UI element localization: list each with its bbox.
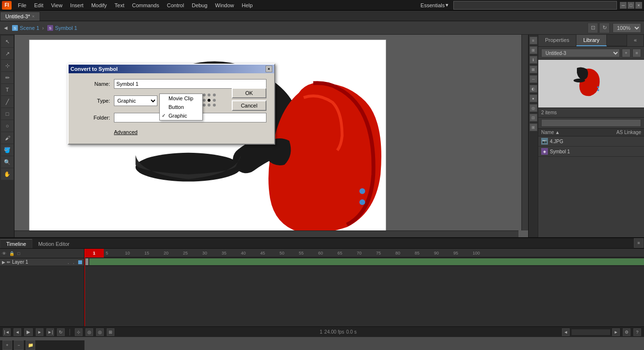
panel-toggle-6[interactable]: ◐ [530,85,537,93]
vertical-scrollbar[interactable] [521,35,528,230]
layer-1-row[interactable]: ▶ ✏ Layer 1 · · [0,258,84,266]
loop-button[interactable]: ↻ [57,328,65,336]
rotate-view-button[interactable]: ↻ [599,23,610,33]
essentials-button[interactable]: Essentials ▾ [417,1,452,9]
reg-mr[interactable] [213,99,216,102]
panel-collapse-btn[interactable]: « [627,35,644,46]
start-frame-button[interactable]: |◄ [3,328,11,336]
scene-link[interactable]: S Scene 1 [12,25,39,31]
menu-text[interactable]: Text [111,1,127,9]
search-input[interactable] [453,1,617,10]
panel-toggle-4[interactable]: ⊠ [530,66,537,73]
select-tool[interactable]: ↖ [1,36,14,47]
hand-tool[interactable]: ✋ [1,168,14,180]
reg-tm[interactable] [208,94,210,96]
timeline-scrollbar[interactable] [572,329,610,335]
scroll-right-button[interactable]: ► [612,328,620,336]
text-tool[interactable]: T [1,84,14,95]
play-button[interactable]: ▶ [24,328,33,336]
timeline-settings-button[interactable]: ⚙ [623,328,630,336]
dialog-close-button[interactable]: × [266,66,272,72]
library-item-jpg[interactable]: 📷 4.JPG [538,136,644,147]
canvas-area[interactable]: Convert to Symbol × Name: OK Cancel Type… [14,35,528,237]
reg-center[interactable] [208,99,210,102]
layer-expand-icon[interactable]: ▶ [2,260,5,265]
menu-edit[interactable]: Edit [31,1,47,9]
close-button[interactable]: × [635,2,642,9]
brush-tool[interactable]: 🖌 [1,132,14,144]
tab-properties[interactable]: Properties [538,35,576,46]
add-anchor-button[interactable]: ⊹ [75,328,83,336]
menu-window[interactable]: Window [212,1,238,9]
edit-multiple-button[interactable]: ⊞ [107,328,114,336]
reg-ml[interactable] [203,99,206,102]
layer-dot-icon[interactable]: · [68,260,71,264]
panel-toggle-10[interactable]: ⊞ [530,123,537,131]
next-frame-button[interactable]: ► [36,328,43,336]
as-linkage-column-header[interactable]: AS Linkage [607,130,641,135]
menu-file[interactable]: File [14,1,30,9]
dropdown-movie-clip[interactable]: Movie Clip [160,94,202,103]
reg-tl[interactable] [203,94,206,96]
line-tool[interactable]: ╱ [1,96,14,108]
type-select[interactable]: Graphic Movie Clip Button [114,95,157,106]
menu-insert[interactable]: Insert [67,1,87,9]
onion-skin-button[interactable]: ◎ [85,328,93,336]
panel-toggle-9[interactable]: ⊡ [530,114,537,121]
free-transform-tool[interactable]: ⊹ [1,60,14,71]
menu-commands[interactable]: Commands [128,1,162,9]
tab-timeline[interactable]: Timeline [0,239,32,248]
fit-view-button[interactable]: ⊡ [588,23,598,33]
rect-tool[interactable]: □ [1,108,14,120]
library-item-symbol1[interactable]: ◈ Symbol 1 [538,147,644,157]
maximize-button[interactable]: □ [628,2,634,9]
frame-row[interactable] [84,257,644,266]
panel-toggle-3[interactable]: ℹ [530,56,537,64]
horizontal-scrollbar[interactable] [14,230,518,237]
menu-control[interactable]: Control [164,1,187,9]
timeline-options-button[interactable]: ≡ [634,238,644,248]
name-column-header[interactable]: Name ▲ [541,130,607,135]
menu-modify[interactable]: Modify [88,1,110,9]
scroll-left-button[interactable]: ◄ [562,328,570,336]
symbol-name-input[interactable] [114,79,266,89]
tab-library[interactable]: Library [576,35,607,46]
reg-bl[interactable] [203,104,206,107]
file-tab[interactable]: Untitled-3* × [0,12,40,21]
prev-frame-button[interactable]: ◄ [14,328,21,336]
lock-icon[interactable]: 🔒 [9,251,14,256]
registration-grid[interactable] [203,94,217,108]
pencil-icon[interactable]: ✏ [7,260,11,265]
onion-skin-outline-button[interactable]: ◎ [96,328,104,336]
tab-close-icon[interactable]: × [32,14,34,19]
visibility-icon[interactable]: 👁 [2,251,6,256]
nav-back-button[interactable]: ◄ [3,25,9,31]
outline-icon[interactable]: □ [17,251,20,256]
panel-toggle-1[interactable]: ≡ [530,37,537,44]
panel-toggle-7[interactable]: ● [530,94,537,102]
symbol-link[interactable]: S Symbol 1 [47,25,77,31]
menu-view[interactable]: View [48,1,66,9]
reg-bm[interactable] [208,104,210,107]
zoom-tool[interactable]: 🔍 [1,156,14,168]
layer-lock-dot[interactable]: · [73,260,77,264]
paint-bucket-tool[interactable]: 🪣 [1,144,14,156]
dropdown-graphic[interactable]: ✓ Graphic [160,111,202,120]
pencil-tool[interactable]: ✏ [1,72,14,83]
menu-debug[interactable]: Debug [188,1,210,9]
end-frame-button[interactable]: ►| [46,328,54,336]
tab-motion-editor[interactable]: Motion Editor [32,240,75,248]
reg-tr[interactable] [213,94,216,96]
menu-help[interactable]: Help [238,1,256,9]
minimize-button[interactable]: ─ [620,2,627,9]
playhead[interactable] [84,249,85,326]
reg-br[interactable] [213,104,216,107]
library-file-select[interactable]: Untitled-3 [541,49,620,57]
library-options-button[interactable]: ≡ [632,49,641,57]
dropdown-button[interactable]: Button [160,103,202,111]
panel-toggle-5[interactable]: ↔ [530,75,537,83]
library-search-input[interactable] [541,119,641,127]
panel-toggle-2[interactable]: ⊞ [530,46,537,54]
panel-toggle-8[interactable]: ◎ [530,104,537,112]
zoom-select[interactable]: 100% [613,23,641,33]
